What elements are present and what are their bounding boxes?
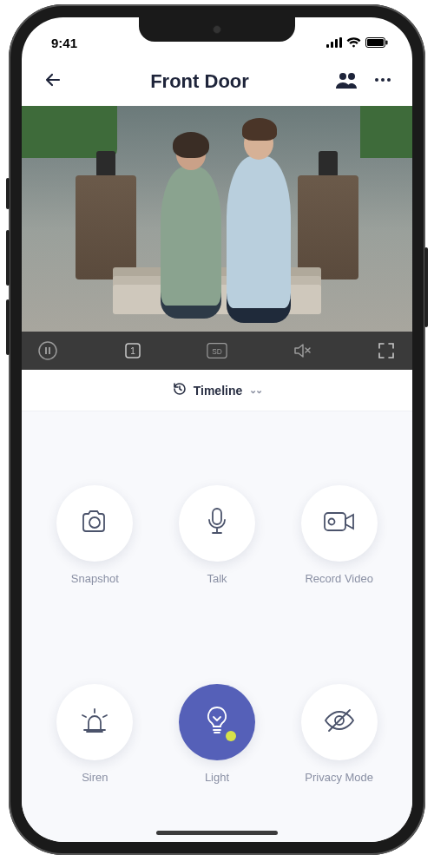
svg-rect-20 [213, 509, 221, 524]
svg-rect-1 [331, 42, 333, 48]
screen: 9:41 Front Door [22, 17, 412, 842]
record-video-button[interactable]: Record Video [278, 436, 400, 635]
phone-frame: 9:41 Front Door [9, 4, 425, 855]
action-label: Privacy Mode [305, 771, 373, 784]
svg-text:SD: SD [212, 347, 222, 356]
microphone-icon [206, 507, 228, 540]
history-icon [173, 382, 187, 398]
action-label: Snapshot [71, 572, 119, 585]
volume-down-button [6, 299, 10, 355]
scene-decor [360, 106, 412, 158]
scene-decor [319, 151, 338, 177]
action-grid: Snapshot Talk Record Video [22, 411, 412, 842]
light-button[interactable]: Light [156, 635, 279, 833]
svg-rect-0 [326, 44, 329, 48]
eye-off-icon [324, 708, 355, 736]
silent-switch [6, 178, 10, 209]
snapshot-button[interactable]: Snapshot [34, 436, 156, 635]
svg-point-11 [387, 78, 391, 82]
scene-decor [161, 167, 221, 306]
lightbulb-icon [205, 706, 229, 739]
scene-decor [96, 151, 115, 177]
fullscreen-button[interactable] [376, 340, 397, 361]
video-control-bar: 1 SD [22, 332, 412, 370]
siren-button[interactable]: Siren [34, 635, 156, 833]
chevron-down-icon: ⌄⌄ [249, 385, 261, 396]
svg-rect-14 [49, 347, 50, 354]
wifi-icon [346, 36, 361, 50]
action-label: Record Video [305, 572, 373, 585]
svg-point-12 [39, 342, 56, 359]
action-label: Siren [82, 771, 108, 784]
svg-point-19 [89, 517, 100, 528]
status-indicators [326, 36, 388, 50]
nav-bar: Front Door [22, 59, 412, 106]
camera-icon [80, 509, 109, 538]
cellular-icon [326, 36, 342, 50]
svg-rect-2 [335, 39, 338, 48]
siren-icon [79, 707, 110, 738]
svg-rect-5 [367, 39, 384, 46]
more-menu-button[interactable] [374, 71, 391, 92]
svg-point-22 [328, 519, 334, 525]
svg-rect-13 [45, 347, 47, 354]
battery-icon [365, 36, 388, 50]
svg-point-8 [348, 73, 355, 80]
privacy-mode-button[interactable]: Privacy Mode [278, 635, 400, 833]
svg-text:1: 1 [130, 346, 135, 356]
timeline-toggle[interactable]: Timeline ⌄⌄ [22, 370, 412, 411]
timeline-label: Timeline [194, 384, 243, 398]
action-label: Light [205, 771, 229, 784]
mute-button[interactable] [292, 340, 312, 361]
action-label: Talk [207, 572, 227, 585]
svg-rect-3 [339, 37, 342, 48]
channel-select-button[interactable]: 1 [122, 340, 143, 361]
page-title: Front Door [150, 70, 249, 93]
svg-point-9 [375, 78, 378, 82]
quality-button[interactable]: SD [207, 340, 227, 361]
home-indicator[interactable] [156, 831, 278, 835]
talk-button[interactable]: Talk [156, 436, 279, 635]
svg-point-10 [381, 78, 385, 82]
power-button [424, 247, 428, 327]
volume-up-button [6, 230, 10, 286]
scene-decor [76, 175, 136, 279]
notch [139, 17, 295, 42]
svg-rect-6 [386, 40, 388, 44]
status-time: 9:41 [51, 36, 77, 50]
svg-point-7 [339, 73, 346, 80]
scene-decor [298, 175, 358, 279]
share-users-button[interactable] [336, 71, 358, 92]
scene-decor [227, 156, 291, 308]
scene-decor [22, 106, 117, 158]
camera-live-view[interactable] [22, 106, 412, 332]
pause-button[interactable] [37, 340, 58, 361]
video-camera-icon [323, 510, 356, 537]
back-button[interactable] [43, 69, 63, 94]
